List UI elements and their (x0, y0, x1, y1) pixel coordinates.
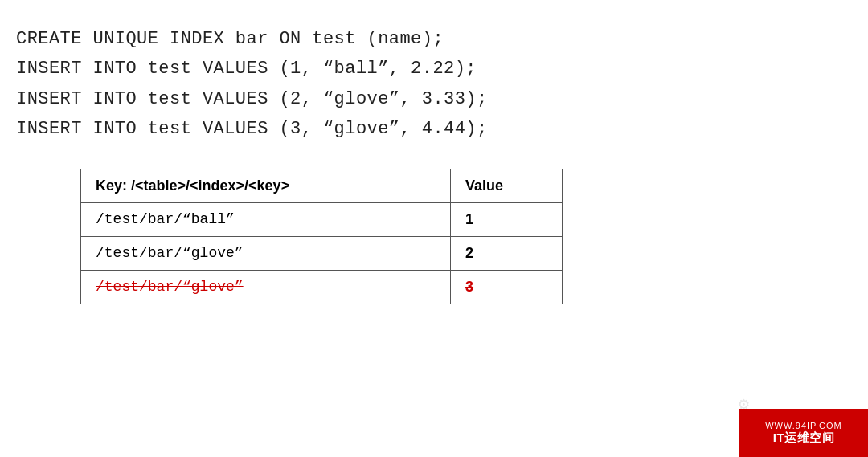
badge-title: IT运维空间 (773, 430, 834, 446)
code-line-4: INSERT INTO test VALUES (3, “glove”, 4.4… (16, 114, 852, 144)
value-cell-2: 2 (451, 236, 563, 270)
code-line-2: INSERT INTO test VALUES (1, “ball”, 2.22… (16, 54, 852, 84)
col-value-header: Value (451, 169, 563, 202)
table-row-strikethrough: /test/bar/“glove” 3 (81, 270, 563, 304)
table-header-row: Key: /<table>/<index>/<key> Value (81, 169, 563, 202)
strikethrough-value: 3 (465, 279, 473, 295)
code-line-1: CREATE UNIQUE INDEX bar ON test (name); (16, 24, 852, 54)
code-line-3: INSERT INTO test VALUES (2, “glove”, 3.3… (16, 84, 852, 114)
value-cell-3: 3 (451, 270, 563, 304)
key-cell-2: /test/bar/“glove” (81, 236, 451, 270)
strikethrough-key: /test/bar/“glove” (96, 279, 244, 295)
index-table: Key: /<table>/<index>/<key> Value /test/… (80, 169, 563, 304)
table-row: /test/bar/“ball” 1 (81, 202, 563, 236)
watermark-badge: WWW.94IP.COM IT运维空间 (739, 409, 868, 457)
col-key-header: Key: /<table>/<index>/<key> (81, 169, 451, 202)
key-cell-3: /test/bar/“glove” (81, 270, 451, 304)
index-table-section: Key: /<table>/<index>/<key> Value /test/… (80, 169, 852, 304)
value-cell-1: 1 (451, 202, 563, 236)
code-block: CREATE UNIQUE INDEX bar ON test (name); … (0, 0, 868, 161)
table-row: /test/bar/“glove” 2 (81, 236, 563, 270)
key-cell-1: /test/bar/“ball” (81, 202, 451, 236)
badge-url: WWW.94IP.COM (765, 421, 842, 430)
